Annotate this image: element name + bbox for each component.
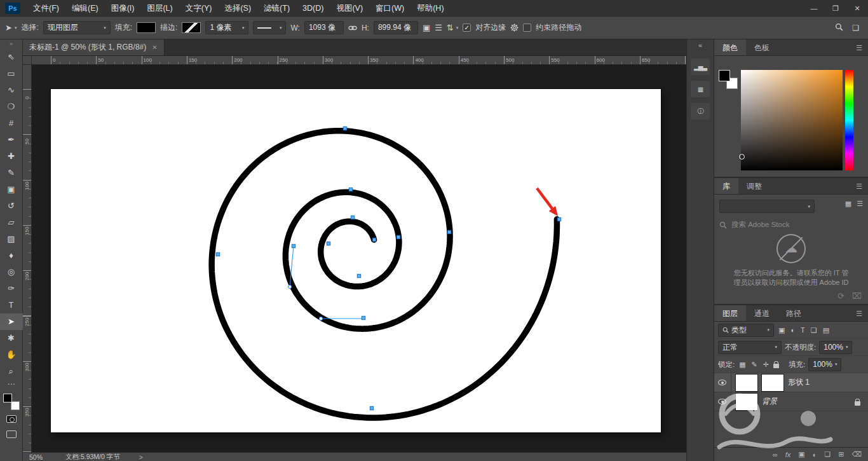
shape-tool[interactable]: ✱: [0, 330, 23, 347]
tab-layers[interactable]: 图层: [714, 305, 746, 321]
anchor-point[interactable]: [357, 274, 360, 277]
menu-item[interactable]: 文件(F): [27, 0, 65, 17]
foreground-color-swatch[interactable]: [719, 70, 730, 81]
filter-shape-layers-icon[interactable]: ❏: [810, 326, 818, 334]
eraser-tool[interactable]: ▱: [0, 214, 23, 231]
visibility-eye-icon[interactable]: [718, 380, 726, 385]
minimize-button[interactable]: —: [803, 0, 825, 17]
quick-selection-tool[interactable]: ❍: [0, 99, 23, 115]
info-panel-icon[interactable]: ⓘ: [691, 103, 710, 120]
menu-item[interactable]: 窗口(W): [369, 0, 410, 17]
anchor-point[interactable]: [557, 217, 560, 221]
foreground-background-swatches[interactable]: [3, 394, 20, 410]
histogram-panel-icon[interactable]: ▂▅▃: [691, 58, 710, 75]
menu-item[interactable]: 选择(S): [218, 0, 257, 17]
layer-name[interactable]: 背景: [762, 396, 777, 407]
link-dimensions-icon[interactable]: [348, 25, 357, 31]
menu-item[interactable]: 视图(V): [330, 0, 369, 17]
anchor-point[interactable]: [351, 216, 354, 219]
path-alignment-button[interactable]: ☰: [435, 23, 442, 32]
adjustment-layer-icon[interactable]: ◐: [813, 451, 817, 458]
brush-tool[interactable]: ✎: [0, 165, 23, 181]
spiral-shape[interactable]: [51, 89, 661, 432]
healing-brush-tool[interactable]: ✚: [0, 148, 23, 165]
crop-tool[interactable]: #: [0, 115, 23, 132]
select-mode-dropdown[interactable]: 现用图层: [43, 21, 111, 34]
color-panel-fg-bg-swatches[interactable]: [719, 70, 738, 89]
color-marker[interactable]: [739, 154, 745, 160]
menu-item[interactable]: 文字(Y): [179, 0, 219, 17]
grid-view-icon[interactable]: ▦: [845, 200, 851, 208]
pen-tool[interactable]: ✑: [0, 280, 23, 297]
dodge-tool[interactable]: ◎: [0, 264, 23, 280]
collapse-panels-icon[interactable]: «: [687, 41, 714, 53]
toolbar-expand-icon[interactable]: »: [0, 39, 22, 49]
vector-mask-thumbnail[interactable]: [762, 375, 783, 391]
move-tool[interactable]: ⇖: [0, 49, 23, 65]
history-brush-tool[interactable]: ↺: [0, 198, 23, 214]
anchor-point[interactable]: [292, 244, 295, 247]
close-button[interactable]: ✕: [846, 0, 868, 17]
anchor-point[interactable]: [447, 230, 451, 233]
link-layers-icon[interactable]: ∞: [773, 451, 778, 458]
status-chevron-icon[interactable]: >: [139, 453, 143, 461]
path-arrange-button[interactable]: ⇅: [447, 23, 458, 32]
visibility-eye-icon[interactable]: [718, 399, 726, 404]
lock-all-icon[interactable]: [773, 364, 779, 368]
tab-channels[interactable]: 通道: [746, 305, 778, 321]
menu-item[interactable]: 3D(D): [296, 0, 330, 17]
lasso-tool[interactable]: ∿: [0, 82, 23, 99]
tab-libraries[interactable]: 库: [714, 178, 738, 194]
tab-color[interactable]: 颜色: [714, 39, 746, 55]
constrain-path-checkbox[interactable]: [523, 24, 531, 32]
search-icon[interactable]: [835, 23, 843, 33]
trash-icon[interactable]: ⌧: [852, 291, 862, 301]
layer-filter-dropdown[interactable]: 类型: [718, 324, 774, 337]
path-selection-tool[interactable]: ➤: [0, 313, 23, 330]
layer-row-background[interactable]: 背景: [714, 392, 868, 411]
restore-button[interactable]: ❐: [825, 0, 846, 17]
sync-icon[interactable]: ⟳: [837, 291, 844, 301]
layer-thumbnail[interactable]: [736, 375, 757, 391]
anchor-point[interactable]: [327, 242, 330, 245]
lock-position-icon[interactable]: ✛: [762, 361, 770, 369]
panel-menu-icon[interactable]: ☰: [850, 39, 868, 55]
stroke-width-dropdown[interactable]: 1 像素: [205, 21, 248, 34]
library-select-dropdown[interactable]: [719, 200, 815, 213]
background-lock-icon[interactable]: [855, 401, 860, 406]
more-tools-icon[interactable]: ⋯: [0, 380, 23, 390]
marquee-tool[interactable]: ▭: [0, 65, 23, 82]
anchor-point[interactable]: [397, 235, 400, 238]
lock-pixels-icon[interactable]: ✎: [750, 361, 759, 369]
height-input[interactable]: 899.94 像: [374, 21, 418, 34]
new-group-icon[interactable]: ❏: [824, 450, 831, 458]
filter-pixel-layers-icon[interactable]: ▣: [777, 326, 786, 334]
library-search-field[interactable]: 搜索 Adobe Stock: [719, 220, 789, 230]
blur-tool[interactable]: ♦: [0, 247, 23, 264]
delete-layer-icon[interactable]: ⌫: [851, 450, 862, 458]
layer-thumbnail[interactable]: [736, 394, 757, 410]
type-tool[interactable]: T: [0, 297, 23, 313]
document-tab[interactable]: 未标题-1 @ 50% (形状 1, RGB/8#) ✕: [23, 39, 165, 55]
anchor-point[interactable]: [362, 316, 365, 319]
list-view-icon[interactable]: ☰: [857, 200, 863, 208]
stroke-style-dropdown[interactable]: [253, 21, 286, 34]
opacity-dropdown[interactable]: 100%: [819, 341, 852, 354]
stroke-swatch[interactable]: [182, 22, 201, 33]
color-field[interactable]: [741, 70, 843, 170]
background-color-swatch[interactable]: [11, 401, 20, 410]
menu-item[interactable]: 帮助(H): [410, 0, 450, 17]
layer-name[interactable]: 形状 1: [788, 377, 810, 388]
canvas[interactable]: [51, 89, 661, 432]
eyedropper-tool[interactable]: ✒: [0, 132, 23, 148]
spiral-path[interactable]: [212, 131, 557, 418]
fill-swatch[interactable]: [137, 22, 156, 33]
tab-paths[interactable]: 路径: [778, 305, 810, 321]
lock-transparency-icon[interactable]: ▦: [738, 361, 747, 369]
quick-mask-button[interactable]: [0, 411, 23, 427]
zoom-level[interactable]: 50%: [29, 453, 43, 461]
anchor-point[interactable]: [216, 252, 219, 256]
anchor-point[interactable]: [349, 188, 352, 191]
panel-menu-icon[interactable]: ☰: [850, 305, 868, 321]
layer-row-shape[interactable]: 形状 1: [714, 373, 868, 392]
